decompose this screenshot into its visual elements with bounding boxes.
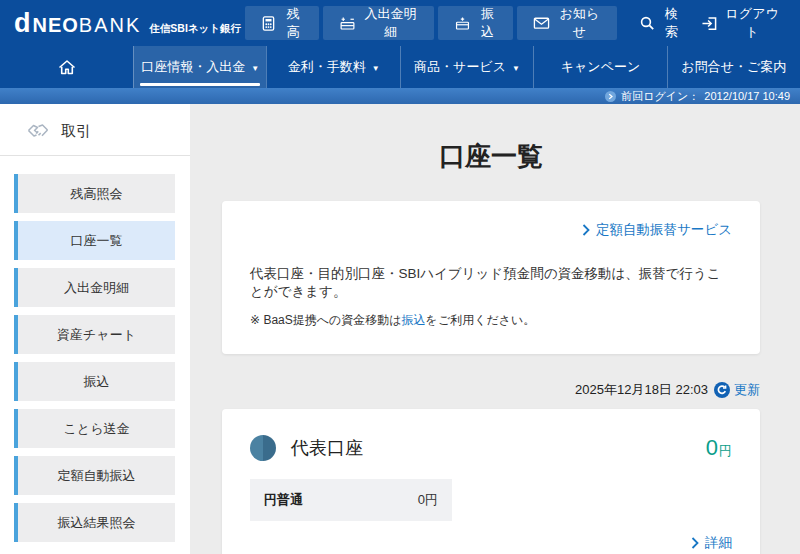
logo-d: d xyxy=(14,8,31,39)
note-transfer-link[interactable]: 振込 xyxy=(402,312,426,329)
chevron-right-icon xyxy=(691,537,699,549)
note-suffix: をご利用ください。 xyxy=(426,313,536,327)
sidebar-item-account-list[interactable]: 口座一覧 xyxy=(14,221,175,260)
passbook-icon xyxy=(339,16,356,31)
detail-label: 詳細 xyxy=(705,534,732,552)
sidebar-item-label: 入出金明細 xyxy=(64,279,129,297)
balance-unit: 円 xyxy=(719,443,732,458)
notice-label: お知らせ xyxy=(557,5,601,41)
account-card: 代表口座 0円 円普通 0円 詳細 xyxy=(222,409,760,554)
page-body: 取引 残高照会 口座一覧 入出金明細 資産チャート 振込 ことら送金 定額自動振… xyxy=(0,104,800,554)
info-text: 代表口座・目的別口座・SBIハイブリッド預金間の資金移動は、振替で行うことができ… xyxy=(250,265,732,301)
logo-bank: BANK xyxy=(79,14,141,37)
search-label: 検索 xyxy=(661,5,681,41)
chevron-circle-icon xyxy=(605,91,616,102)
dropdown-caret-icon: ▼ xyxy=(372,64,380,73)
auto-transfer-service-link[interactable]: 定額自動振替サービス xyxy=(582,221,732,239)
account-circle-icon xyxy=(250,435,276,461)
sidebar-item-transfer[interactable]: 振込 xyxy=(14,362,175,401)
balance-button[interactable]: 残高 xyxy=(245,6,319,40)
nav-account-info[interactable]: 口座情報・入出金 ▼ xyxy=(133,46,266,88)
page-title: 口座一覧 xyxy=(222,139,760,174)
info-card: 定額自動振替サービス 代表口座・目的別口座・SBIハイブリッド預金間の資金移動は… xyxy=(222,201,760,354)
nav-products-services[interactable]: 商品・サービス ▼ xyxy=(400,46,533,88)
nav-contact[interactable]: お問合せ・ご案内 xyxy=(667,46,800,88)
sidebar-item-transfer-result[interactable]: 振込結果照会 xyxy=(14,503,175,542)
sidebar-item-statement[interactable]: 入出金明細 xyxy=(14,268,175,307)
transfer-button[interactable]: 振込 xyxy=(438,6,514,40)
logout-label: ログアウト xyxy=(724,5,780,41)
balance-value: 0 xyxy=(706,435,718,460)
sub-account-label: 円普通 xyxy=(264,491,303,509)
account-sub-row[interactable]: 円普通 0円 xyxy=(250,479,452,521)
search-button[interactable]: 検索 xyxy=(629,6,691,40)
sidebar-header: 取引 xyxy=(0,104,190,156)
sidebar-item-label: 口座一覧 xyxy=(71,232,123,250)
handshake-icon xyxy=(26,121,50,141)
refresh-row: 2025年12月18日 22:03 更新 xyxy=(222,381,760,399)
home-icon xyxy=(57,58,77,76)
refresh-button[interactable]: 更新 xyxy=(714,381,760,399)
chevron-right-icon xyxy=(582,224,590,236)
sidebar-item-asset-chart[interactable]: 資産チャート xyxy=(14,315,175,354)
brand-logo[interactable]: d NEO BANK 住信SBIネット銀行 xyxy=(14,8,241,39)
status-bar: 前回ログイン： 2012/10/17 10:49 xyxy=(0,88,800,104)
nav-account-info-label: 口座情報・入出金 xyxy=(141,58,245,76)
sidebar-item-auto-transfer[interactable]: 定額自動振込 xyxy=(14,456,175,495)
auto-transfer-service-label: 定額自動振替サービス xyxy=(596,221,732,239)
nav-products-services-label: 商品・サービス xyxy=(414,58,506,76)
sidebar-item-label: ことら送金 xyxy=(64,420,130,438)
refresh-label: 更新 xyxy=(734,381,760,399)
calculator-icon xyxy=(261,16,276,31)
last-login-value: 2012/10/17 10:49 xyxy=(704,90,790,102)
sidebar-item-label: 振込結果照会 xyxy=(58,514,136,532)
refresh-icon xyxy=(714,382,730,398)
envelope-icon xyxy=(533,16,550,30)
sidebar-item-label: 残高照会 xyxy=(71,185,123,203)
notice-button[interactable]: お知らせ xyxy=(517,6,617,40)
balance-label: 残高 xyxy=(283,5,303,41)
logout-icon xyxy=(701,16,718,31)
note-transfer-label: 振込 xyxy=(402,312,426,329)
sidebar-menu: 残高照会 口座一覧 入出金明細 資産チャート 振込 ことら送金 定額自動振込 振… xyxy=(0,156,190,542)
nav-home[interactable] xyxy=(0,46,133,88)
dropdown-caret-icon: ▼ xyxy=(512,64,520,73)
sidebar-item-label: 振込 xyxy=(84,373,110,391)
info-note: ※ BaaS提携への資金移動は振込をご利用ください。 xyxy=(250,312,732,329)
nav-rates-fees-label: 金利・手数料 xyxy=(288,58,366,76)
timestamp: 2025年12月18日 22:03 xyxy=(575,381,708,399)
sidebar-item-kotora-remit[interactable]: ことら送金 xyxy=(14,409,175,448)
utility-nav: 残高 入出金明細 振込 お知らせ 検索 xyxy=(241,6,790,40)
statement-label: 入出金明細 xyxy=(363,5,417,41)
nav-rates-fees[interactable]: 金利・手数料 ▼ xyxy=(266,46,399,88)
statement-button[interactable]: 入出金明細 xyxy=(323,6,433,40)
note-prefix: ※ BaaS提携への資金移動は xyxy=(250,313,402,327)
sidebar-item-balance-inquiry[interactable]: 残高照会 xyxy=(14,174,175,213)
logo-neo: NEO xyxy=(33,14,79,37)
logo-subtitle: 住信SBIネット銀行 xyxy=(149,22,241,36)
last-login-label: 前回ログイン： xyxy=(621,89,699,104)
sidebar-item-label: 資産チャート xyxy=(57,326,136,344)
account-name: 代表口座 xyxy=(291,436,363,460)
nav-campaign-label: キャンペーン xyxy=(561,58,641,76)
sidebar-item-label: 定額自動振込 xyxy=(58,467,136,485)
detail-link[interactable]: 詳細 xyxy=(691,534,732,552)
sidebar: 取引 残高照会 口座一覧 入出金明細 資産チャート 振込 ことら送金 定額自動振… xyxy=(0,104,190,554)
sidebar-title: 取引 xyxy=(61,122,91,141)
nav-campaign[interactable]: キャンペーン xyxy=(533,46,666,88)
nav-contact-label: お問合せ・ご案内 xyxy=(681,58,786,76)
transfer-label: 振込 xyxy=(478,5,498,41)
search-icon xyxy=(639,15,655,31)
sub-account-value: 0円 xyxy=(418,491,438,509)
card-plus-icon xyxy=(454,16,471,31)
account-balance: 0円 xyxy=(706,435,732,461)
main-nav: 口座情報・入出金 ▼ 金利・手数料 ▼ 商品・サービス ▼ キャンペーン お問合… xyxy=(0,46,800,88)
main-content: 口座一覧 定額自動振替サービス 代表口座・目的別口座・SBIハイブリッド預金間の… xyxy=(190,104,800,554)
logout-button[interactable]: ログアウト xyxy=(691,6,790,40)
dropdown-caret-icon: ▼ xyxy=(251,64,259,73)
top-header: d NEO BANK 住信SBIネット銀行 残高 入出金明細 振込 xyxy=(0,0,800,46)
